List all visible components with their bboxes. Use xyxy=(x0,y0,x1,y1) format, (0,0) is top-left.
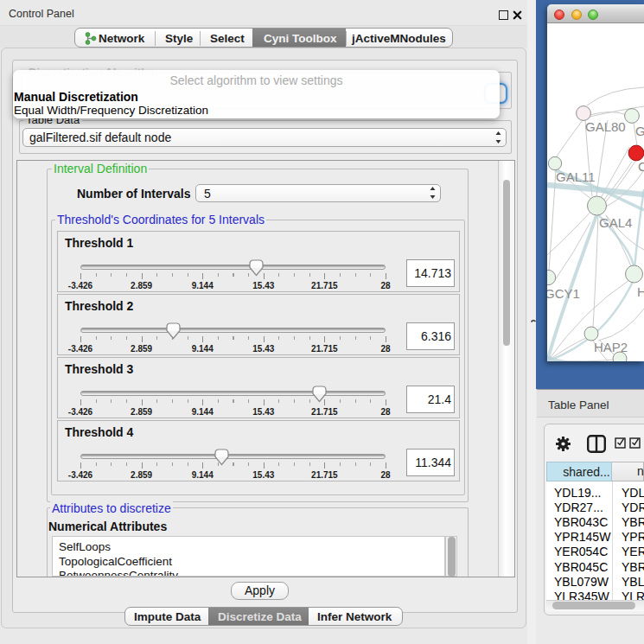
svg-text:GAL11: GAL11 xyxy=(556,169,596,184)
svg-text:HAP2: HAP2 xyxy=(594,340,628,354)
svg-text:GAL4: GAL4 xyxy=(599,215,632,230)
svg-text:GAL80: GAL80 xyxy=(585,119,626,134)
svg-text:GA: GA xyxy=(635,124,644,138)
svg-text:C: C xyxy=(638,159,644,174)
svg-text:GCY1: GCY1 xyxy=(547,286,580,301)
svg-text:H: H xyxy=(637,284,644,299)
